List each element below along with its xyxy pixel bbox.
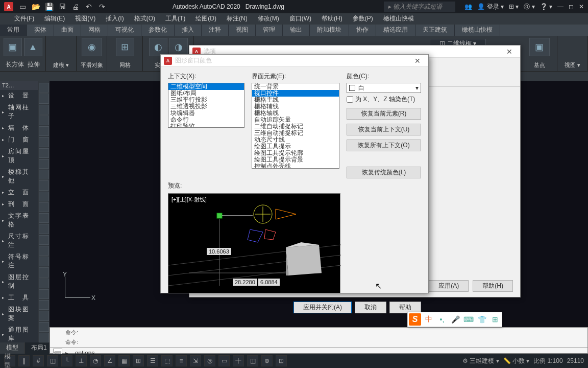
ribbon-tab[interactable]: 橄榄山快模 xyxy=(455,25,500,36)
ribbon-tab[interactable]: 注释 xyxy=(202,25,229,36)
union-button[interactable]: ◐ xyxy=(149,38,167,56)
ribbon-tab[interactable]: 协作 xyxy=(349,25,376,36)
left-panel-item[interactable]: 轴网柱子 xyxy=(0,102,38,122)
left-panel-item[interactable]: 剖 面 xyxy=(0,198,38,210)
ime-lang-button[interactable]: 中 xyxy=(423,314,434,325)
help-button[interactable]: 帮助(H) xyxy=(473,280,513,292)
ime-toolbar[interactable]: S 中 •, 🎤 ⌨ 👕 ⊞ xyxy=(407,312,502,327)
left-panel-item[interactable]: 图块图案 xyxy=(0,304,38,324)
tool-button[interactable] xyxy=(39,322,49,332)
tool-button[interactable] xyxy=(39,279,49,288)
left-panel-item[interactable]: 通用图库 xyxy=(0,324,38,344)
menu-item[interactable]: 编辑(E) xyxy=(40,13,69,25)
status-toggle[interactable]: ◎ xyxy=(204,355,215,366)
status-toggle[interactable]: ≡ xyxy=(176,355,187,366)
exchange-icon[interactable]: ⊞ ▾ xyxy=(509,3,519,10)
menu-item[interactable]: 窗口(W) xyxy=(285,13,315,25)
ime-voice-icon[interactable]: 🎤 xyxy=(450,314,461,325)
ribbon-tab[interactable]: 管理 xyxy=(256,25,283,36)
tool-button[interactable] xyxy=(39,180,49,190)
tool-button[interactable] xyxy=(39,257,49,266)
menu-item[interactable]: 标注(N) xyxy=(223,13,252,25)
status-toggle[interactable]: ◔ xyxy=(90,355,101,366)
status-toggle[interactable]: ◫ xyxy=(247,355,258,366)
menu-item[interactable]: 工具(T) xyxy=(161,13,189,25)
redo-icon[interactable]: ↷ xyxy=(97,2,107,12)
status-toggle[interactable]: ◫ xyxy=(47,355,58,366)
box-button[interactable]: ▣ xyxy=(4,38,22,56)
tool-button[interactable] xyxy=(39,235,49,245)
subtract-button[interactable]: ◑ xyxy=(169,38,188,56)
ribbon-tab[interactable]: 视图 xyxy=(229,25,256,36)
basepoint-button[interactable]: ▣ xyxy=(529,38,550,56)
command-line[interactable]: 命令: 命令: ⌨ ▸_options xyxy=(50,327,588,354)
open-icon[interactable]: 📂 xyxy=(31,2,41,12)
units-status[interactable]: 📏 小数 ▾ xyxy=(503,357,530,365)
left-panel-item[interactable]: 设 置 xyxy=(0,90,38,102)
context-listbox[interactable]: 二维模型空间图纸/布局三维平行投影三维透视投影块编辑器命令行打印预览 xyxy=(168,83,244,128)
left-panel-tab[interactable]: T2… xyxy=(0,81,38,90)
tool-button[interactable] xyxy=(39,116,49,125)
menu-item[interactable]: 插入(I) xyxy=(102,13,128,25)
tool-button[interactable] xyxy=(39,126,49,136)
status-toggle[interactable]: ⊕ xyxy=(261,355,273,366)
ime-keyboard-icon[interactable]: ⌨ xyxy=(463,314,474,325)
tool-button[interactable] xyxy=(39,311,49,320)
status-toggle[interactable]: ⬚ xyxy=(161,355,173,366)
apply-close-button[interactable]: 应用并关闭(A) xyxy=(293,302,352,313)
status-toggle[interactable]: ∠ xyxy=(104,355,115,366)
mesh-button[interactable]: ⊞ xyxy=(116,38,134,56)
status-toggle[interactable]: ⇲ xyxy=(190,355,201,366)
extrude-button[interactable]: ▲ xyxy=(24,38,42,56)
save-icon[interactable]: 💾 xyxy=(44,2,54,12)
cancel-button[interactable]: 取消 xyxy=(355,302,386,313)
ribbon-tab[interactable]: 可视化 xyxy=(108,25,141,36)
ribbon-tab[interactable]: 实体 xyxy=(27,25,54,36)
menu-item[interactable]: 修改(M) xyxy=(254,13,283,25)
saveas-icon[interactable]: 🖫 xyxy=(57,2,67,12)
element-item[interactable]: 控制点外壳线 xyxy=(252,163,339,169)
left-panel-item[interactable]: 房间屋顶 xyxy=(0,146,38,166)
left-panel-item[interactable]: 工 具 xyxy=(0,292,38,304)
maximize-icon[interactable]: ◻ xyxy=(569,3,574,10)
status-toggle[interactable]: ⊞ xyxy=(133,355,144,366)
mesh-group[interactable]: 网格 xyxy=(119,61,131,69)
status-toggle[interactable]: └ xyxy=(61,355,72,366)
view-group[interactable]: 视图 ▾ xyxy=(565,61,580,69)
modeling-group[interactable]: 建模 ▾ xyxy=(53,61,69,69)
ribbon-tab[interactable]: 曲面 xyxy=(54,25,81,36)
status-toggle[interactable]: ☰ xyxy=(147,355,158,366)
context-item[interactable]: 打印预览 xyxy=(168,123,244,128)
status-toggle[interactable]: ‖ xyxy=(18,355,30,366)
share-icon[interactable]: 👥 xyxy=(464,3,472,10)
tool-button[interactable] xyxy=(39,105,49,114)
left-panel-item[interactable]: 墙 体 xyxy=(0,122,38,134)
status-toggle[interactable]: 十 xyxy=(233,355,244,366)
ribbon-tab[interactable]: 附加模块 xyxy=(310,25,349,36)
left-panel-item[interactable]: 尺寸标注 xyxy=(0,231,38,251)
status-toggle[interactable]: ⊡ xyxy=(276,355,287,366)
tool-button[interactable] xyxy=(39,300,49,310)
tool-button[interactable] xyxy=(39,148,49,158)
tool-button[interactable] xyxy=(39,267,49,277)
ime-menu-icon[interactable]: ⊞ xyxy=(489,314,501,325)
scale-status[interactable]: 比例 1:100 xyxy=(533,357,562,365)
status-toggle[interactable]: ▦ xyxy=(118,355,130,366)
search-input[interactable]: ▸ 输入关键字或短语 xyxy=(384,2,455,12)
color-dropdown[interactable]: 白▾ xyxy=(347,83,421,93)
undo-icon[interactable]: ↶ xyxy=(84,2,94,12)
menu-item[interactable]: 参数(P) xyxy=(349,13,377,25)
ribbon-tab[interactable]: 输出 xyxy=(283,25,310,36)
ribbon-tab[interactable]: 网格 xyxy=(81,25,108,36)
tool-button[interactable] xyxy=(39,192,49,201)
tool-button[interactable] xyxy=(39,246,49,256)
menu-item[interactable]: 帮助(H) xyxy=(317,13,347,25)
tool-button[interactable] xyxy=(39,224,49,234)
tool-button[interactable] xyxy=(39,202,49,212)
signin-button[interactable]: 👤 登录 ▾ xyxy=(477,3,504,11)
left-panel-item[interactable]: 文字表格 xyxy=(0,210,38,231)
colors-close-button[interactable]: ✕ xyxy=(410,57,425,65)
status-toggle[interactable]: # xyxy=(33,355,44,366)
tool-button[interactable] xyxy=(39,333,49,342)
ribbon-tab[interactable]: 精选应用 xyxy=(376,25,415,36)
